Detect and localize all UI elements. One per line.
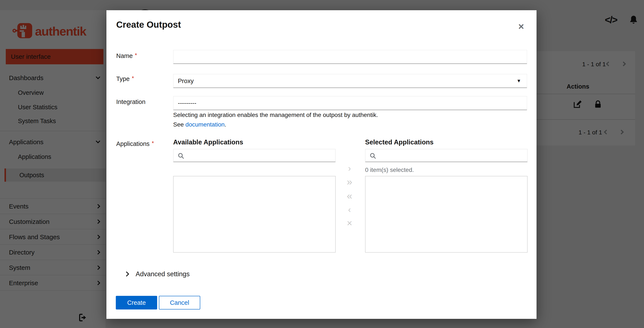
name-input[interactable]: [173, 50, 527, 64]
integration-help-link-line: See documentation.: [173, 121, 226, 128]
clear-selection-icon[interactable]: ×: [343, 217, 356, 230]
integration-help-text: Selecting an integration enables the man…: [173, 112, 378, 118]
available-search-input[interactable]: [188, 149, 333, 162]
applications-label: Applications*: [116, 140, 154, 147]
selected-search-input[interactable]: [380, 149, 524, 162]
documentation-link[interactable]: documentation: [186, 121, 225, 128]
remove-selected-icon[interactable]: ‹: [343, 203, 356, 216]
selected-count-status: 0 item(s) selected.: [365, 166, 414, 173]
search-icon: [369, 152, 376, 160]
selected-search: [365, 149, 528, 162]
create-button[interactable]: Create: [116, 296, 157, 310]
required-asterisk: *: [135, 52, 137, 58]
selected-applications-list[interactable]: [365, 176, 528, 253]
select-caret-icon: ▼: [516, 74, 521, 88]
modal-title: Create Outpost: [116, 19, 181, 30]
available-applications-title: Available Applications: [173, 139, 243, 146]
integration-select[interactable]: ---------: [173, 96, 527, 110]
add-all-icon[interactable]: »: [343, 175, 356, 188]
available-search: [173, 149, 336, 162]
close-icon[interactable]: ×: [514, 19, 528, 33]
add-selected-icon[interactable]: ›: [343, 162, 356, 175]
cancel-button[interactable]: Cancel: [159, 296, 200, 310]
search-icon: [178, 152, 185, 160]
type-select[interactable]: Proxy ▼: [173, 74, 527, 88]
integration-label: Integration: [116, 98, 146, 105]
available-applications-list[interactable]: [173, 176, 336, 253]
required-asterisk: *: [132, 75, 134, 81]
create-outpost-modal: Create Outpost × Name* Type* Proxy ▼ Int…: [106, 10, 536, 319]
chevron-right-icon: [124, 271, 129, 277]
required-asterisk: *: [152, 140, 154, 146]
name-label: Name*: [116, 52, 137, 59]
remove-all-icon[interactable]: «: [343, 189, 356, 202]
type-label: Type*: [116, 75, 134, 82]
advanced-settings-toggle[interactable]: Advanced settings: [136, 268, 190, 281]
selected-applications-title: Selected Applications: [365, 139, 434, 146]
